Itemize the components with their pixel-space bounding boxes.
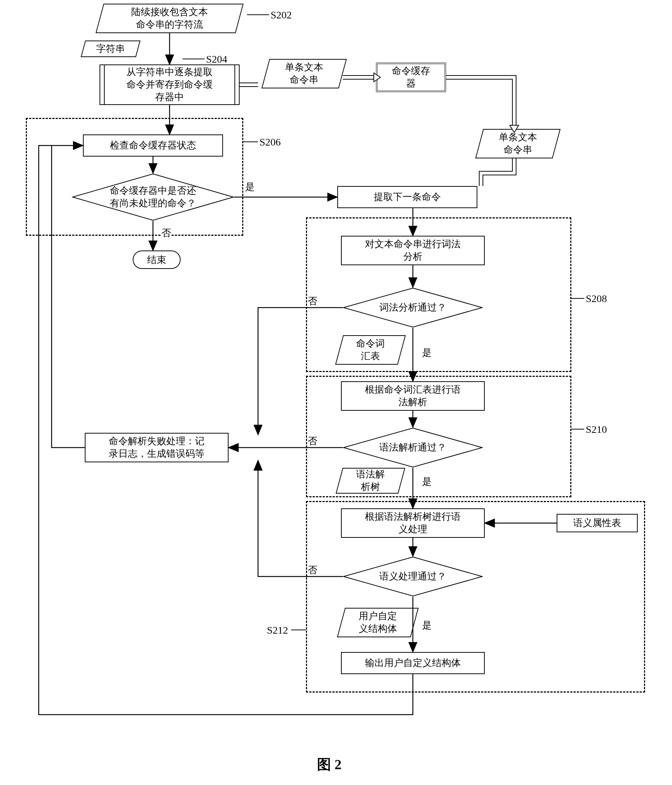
figure-caption: 图 2: [317, 755, 342, 774]
node-fetch-next-text: 提取下一条命令: [374, 191, 441, 203]
data-single-command-below: 单条文本 命令串: [479, 129, 557, 158]
node-fail-handler: 命令解析失败处理：记 录日志，生成错误码等: [85, 433, 229, 462]
data-user-struct-text: 用户自定 义结构体: [354, 608, 401, 637]
label-q2-no: 否: [308, 295, 317, 308]
decision-semantic-pass-text: 语义处理通过？: [365, 570, 461, 583]
decision-syntax-pass: 语法解析通过？: [343, 427, 483, 468]
node-lexical-analysis-text: 对文本命令串进行词法 分析: [365, 238, 461, 263]
node-receive-stream-text: 陆续接收包含文本 命令串的字符流: [127, 4, 212, 33]
label-q1-yes: 是: [245, 180, 255, 193]
node-command-buffer-text: 命令缓存 器: [392, 65, 430, 90]
data-string: 字符串: [83, 41, 138, 57]
node-end-text: 结束: [147, 253, 166, 266]
node-semantic-attr-text: 语义属性表: [573, 517, 621, 529]
node-semantic-process-text: 根据语法解析树进行语 义处理: [365, 511, 461, 536]
node-extract-commands-text: 从字符串中逐条提取 命令并寄存到命令缓 存器中: [127, 66, 213, 103]
node-check-buffer-text: 检查命令缓存器状态: [110, 139, 196, 152]
data-single-command-top: 单条文本 命令串: [265, 59, 343, 88]
data-single-command-top-text: 单条文本 命令串: [280, 59, 328, 88]
step-label-s210: S210: [584, 424, 609, 435]
node-fail-handler-text: 命令解析失败处理：记 录日志，生成错误码等: [109, 435, 205, 460]
label-q3-yes: 是: [422, 475, 432, 488]
decision-semantic-pass: 语义处理通过？: [343, 556, 483, 597]
step-label-s202: S202: [269, 9, 293, 21]
step-label-s204: S204: [205, 53, 229, 65]
node-syntax-parse-text: 根据命令词汇表进行语 法解析: [365, 383, 461, 408]
node-syntax-parse: 根据命令词汇表进行语 法解析: [341, 381, 485, 411]
label-q4-no: 否: [308, 564, 317, 577]
data-vocab: 命令词 汇表: [339, 335, 402, 365]
node-check-buffer: 检查命令缓存器状态: [83, 134, 223, 156]
label-q3-no: 否: [308, 435, 317, 447]
decision-lexical-pass-text: 词法分析通过？: [365, 301, 461, 314]
label-q2-yes: 是: [422, 346, 432, 359]
data-user-struct: 用户自定 义结构体: [341, 608, 415, 637]
node-output-struct-text: 输出用户自定义结构体: [365, 657, 461, 669]
step-label-s212: S212: [265, 624, 290, 636]
data-parse-tree-text: 语法解 析树: [352, 466, 389, 496]
node-lexical-analysis: 对文本命令串进行词法 分析: [341, 236, 485, 265]
step-label-s208: S208: [584, 293, 609, 305]
decision-has-pending: 命令缓存器中是否还 有尚未处理的命令？: [72, 173, 234, 221]
node-semantic-process: 根据语法解析树进行语 义处理: [341, 508, 485, 538]
decision-lexical-pass: 词法分析通过？: [343, 287, 483, 328]
data-string-text: 字符串: [92, 41, 129, 58]
node-receive-stream: 陆续接收包含文本 命令串的字符流: [100, 4, 240, 33]
decision-has-pending-text: 命令缓存器中是否还 有尚未处理的命令？: [95, 185, 211, 210]
data-parse-tree: 语法解 析树: [339, 468, 402, 494]
node-fetch-next: 提取下一条命令: [337, 186, 477, 208]
decision-syntax-pass-text: 语法解析通过？: [365, 441, 461, 454]
node-command-buffer: 命令缓存 器: [376, 63, 446, 92]
node-semantic-attr: 语义属性表: [557, 514, 638, 532]
data-single-command-below-text: 单条文本 命令串: [494, 129, 542, 158]
label-q4-yes: 是: [422, 619, 432, 632]
node-output-struct: 输出用户自定义结构体: [341, 652, 485, 674]
node-extract-commands: 从字符串中逐条提取 命令并寄存到命令缓 存器中: [100, 64, 240, 105]
step-label-s206: S206: [258, 136, 282, 148]
node-end: 结束: [133, 250, 181, 269]
label-q1-no: 否: [161, 227, 171, 239]
data-vocab-text: 命令词 汇表: [352, 335, 389, 365]
